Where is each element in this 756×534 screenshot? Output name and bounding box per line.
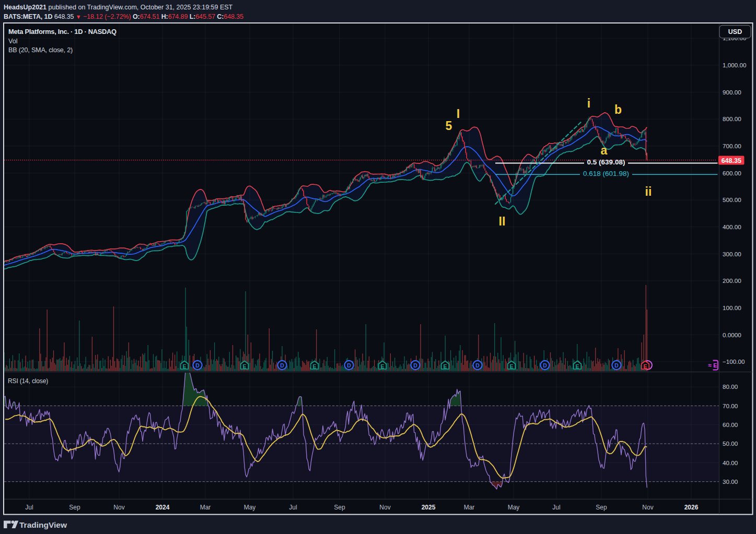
svg-text:E: E <box>713 362 717 369</box>
svg-text:E: E <box>380 363 384 370</box>
svg-text:E: E <box>443 363 447 370</box>
svg-text:200.00: 200.00 <box>723 277 741 284</box>
svg-text:400.00: 400.00 <box>723 223 741 230</box>
svg-text:−100.00: −100.00 <box>723 358 745 365</box>
svg-text:BB (20, SMA, close, 2): BB (20, SMA, close, 2) <box>8 46 73 54</box>
svg-text:E: E <box>312 363 316 370</box>
svg-text:TradingView: TradingView <box>19 520 67 529</box>
svg-text:60.00: 60.00 <box>723 421 738 428</box>
svg-text:Nov: Nov <box>379 504 390 511</box>
svg-text:2024: 2024 <box>156 504 170 511</box>
svg-text:ii: ii <box>645 185 652 198</box>
svg-text:Nov: Nov <box>113 504 124 511</box>
svg-text:700.00: 700.00 <box>723 143 741 149</box>
svg-text:0.5 (639.08): 0.5 (639.08) <box>587 158 625 166</box>
svg-text:100.00: 100.00 <box>723 304 741 311</box>
svg-text:RSI (14, close): RSI (14, close) <box>8 377 48 385</box>
svg-text:Meta Platforms, Inc. · 1D · NA: Meta Platforms, Inc. · 1D · NASDAQ <box>8 28 117 35</box>
svg-text:E: E <box>509 363 513 370</box>
svg-text:300.00: 300.00 <box>723 251 741 257</box>
svg-text:D: D <box>347 362 351 369</box>
svg-text:II: II <box>499 215 506 228</box>
svg-text:800.00: 800.00 <box>723 115 741 122</box>
svg-text:50.00: 50.00 <box>723 440 738 447</box>
svg-text:0.618 (601.98): 0.618 (601.98) <box>583 170 629 177</box>
svg-text:Jul: Jul <box>289 504 297 511</box>
svg-text:Vol: Vol <box>8 38 18 45</box>
svg-text:May: May <box>244 504 256 511</box>
svg-text:May: May <box>508 504 520 511</box>
svg-text:HeadsUp2021 published on Tradi: HeadsUp2021 published on TradingView.com… <box>4 4 233 11</box>
svg-text:30.00: 30.00 <box>723 478 738 485</box>
svg-text:648.35: 648.35 <box>722 157 741 164</box>
svg-text:Jul: Jul <box>25 504 33 511</box>
svg-text:b: b <box>614 103 622 116</box>
svg-text:Mar: Mar <box>464 504 475 511</box>
svg-text:Nov: Nov <box>642 504 653 511</box>
svg-text:Sep: Sep <box>596 504 607 511</box>
svg-text:0.0000: 0.0000 <box>723 331 741 338</box>
svg-text:600.00: 600.00 <box>723 170 741 176</box>
svg-text:E: E <box>242 363 246 370</box>
svg-text:D: D <box>614 362 619 369</box>
svg-text:Sep: Sep <box>334 504 345 511</box>
svg-text:1,000.00: 1,000.00 <box>723 62 747 68</box>
svg-text:Jul: Jul <box>552 504 560 511</box>
svg-text:E: E <box>643 363 647 370</box>
svg-text:2025: 2025 <box>422 504 436 511</box>
svg-text:D: D <box>195 362 200 369</box>
svg-text:a: a <box>601 144 608 157</box>
svg-text:70.00: 70.00 <box>723 402 738 409</box>
svg-text:USD: USD <box>728 28 742 35</box>
svg-text:40.00: 40.00 <box>723 459 738 466</box>
svg-text:I: I <box>457 107 460 121</box>
svg-text:D: D <box>543 362 547 369</box>
svg-text:D: D <box>280 362 284 369</box>
svg-text:i: i <box>587 97 590 110</box>
svg-text:900.00: 900.00 <box>723 89 741 96</box>
svg-text:Sep: Sep <box>69 504 80 511</box>
svg-text:80.00: 80.00 <box>723 383 738 390</box>
svg-text:BATS:META, 1D 648.35 ▼ −18.12: BATS:META, 1D 648.35 ▼ −18.12 (−2.72%) O… <box>4 13 243 20</box>
svg-text:D: D <box>413 362 417 369</box>
svg-text:E: E <box>182 363 186 370</box>
svg-text:500.00: 500.00 <box>723 196 741 203</box>
svg-text:E: E <box>575 363 579 370</box>
svg-text:5: 5 <box>446 119 452 133</box>
svg-text:2026: 2026 <box>684 504 699 511</box>
svg-text:≈: ≈ <box>708 362 712 369</box>
svg-text:Mar: Mar <box>200 504 211 511</box>
svg-text:D: D <box>475 362 480 369</box>
